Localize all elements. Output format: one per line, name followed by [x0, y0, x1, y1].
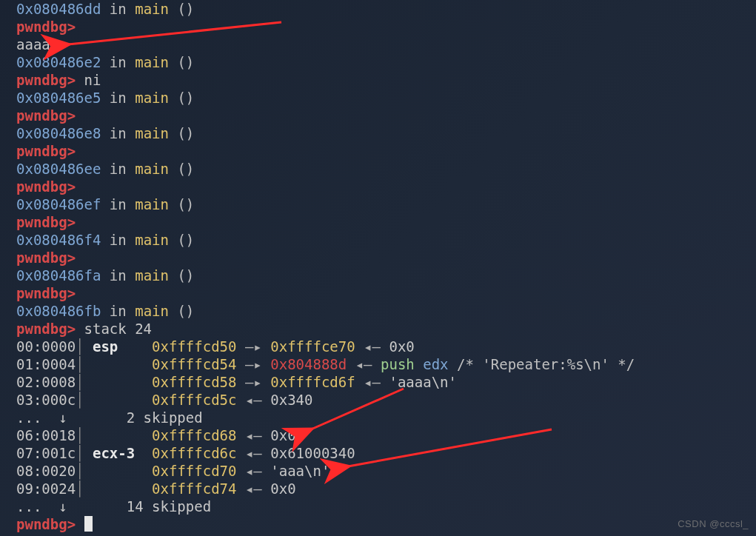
stack-register: ecx-3: [93, 445, 135, 461]
function-name: main: [135, 267, 169, 284]
stack-addr: 0xffffcd58: [152, 374, 236, 390]
vbar-icon: │: [76, 392, 93, 408]
in-keyword: in: [110, 90, 127, 106]
address: 0x080486dd: [16, 1, 101, 17]
stack-value: 'aaa\n': [270, 463, 330, 479]
command[interactable]: stack 24: [84, 321, 153, 337]
vbar-icon: │: [76, 374, 93, 390]
vbar-icon: │: [76, 338, 93, 355]
vbar-icon: │: [76, 480, 93, 497]
cursor[interactable]: [84, 516, 93, 532]
watermark: CSDN @cccsl_: [678, 515, 749, 533]
vbar-icon: │: [76, 463, 93, 479]
in-keyword: in: [110, 232, 127, 248]
arrow-icon: ◂—: [245, 480, 262, 497]
stack-value2: 0x0: [389, 338, 414, 355]
stack-addr: 0xffffcd6c: [152, 445, 236, 461]
arrow-icon: —▸: [245, 356, 262, 372]
function-name: main: [135, 54, 169, 70]
stack-value: 0xffffcd6f: [270, 374, 355, 390]
address: 0x080486fb: [16, 303, 101, 319]
address: 0x080486fa: [16, 267, 101, 284]
stack-index: 07:001c: [16, 445, 76, 461]
function-name: main: [135, 232, 169, 248]
vbar-icon: │: [76, 427, 93, 443]
prompt: pwndbg>: [16, 143, 76, 159]
address: 0x080486ef: [16, 196, 101, 212]
in-keyword: in: [110, 125, 127, 141]
parens: (): [177, 267, 194, 284]
stack-register: [93, 392, 135, 408]
arrow-icon: —▸: [245, 338, 262, 355]
prompt: pwndbg>: [16, 285, 76, 301]
stack-index: 09:0024: [16, 480, 76, 497]
in-keyword: in: [110, 161, 127, 177]
stack-index: 00:0000: [16, 338, 76, 355]
in-keyword: in: [110, 267, 127, 284]
function-name: main: [135, 196, 169, 212]
asm-comment: /* 'Repeater:%s\n' */: [457, 356, 635, 372]
in-keyword: in: [110, 196, 127, 212]
function-name: main: [135, 303, 169, 319]
address: 0x080486e5: [16, 90, 101, 106]
stack-register: [93, 427, 135, 443]
stack-index: 02:0008: [16, 374, 76, 390]
prompt: pwndbg>: [16, 214, 76, 230]
parens: (): [177, 303, 194, 319]
parens: (): [177, 196, 194, 212]
address: 0x080486e8: [16, 125, 101, 141]
stack-register: [93, 463, 135, 479]
stack-addr: 0xffffcd5c: [152, 392, 236, 408]
parens: (): [177, 232, 194, 248]
address: 0x080486e2: [16, 54, 101, 70]
terminal[interactable]: 0x080486dd in main ()pwndbg> aaaa0x08048…: [0, 0, 756, 536]
stack-index: 03:000c: [16, 392, 76, 408]
function-name: main: [135, 125, 169, 141]
stack-addr: 0xffffcd70: [152, 463, 236, 479]
skip-count: 14 skipped: [127, 498, 211, 515]
stack-addr: 0xffffcd74: [152, 480, 236, 497]
address: 0x080486f4: [16, 232, 101, 248]
stack-value: 0xffffce70: [270, 338, 355, 355]
stack-register: [93, 374, 135, 390]
skip-marker: ... ↓: [16, 498, 127, 515]
skip-count: 2 skipped: [127, 409, 203, 426]
arrow-icon: ◂—: [245, 463, 262, 479]
vbar-icon: │: [76, 356, 93, 372]
stack-value: 0x804888d: [270, 356, 347, 372]
in-keyword: in: [110, 1, 127, 17]
parens: (): [177, 1, 194, 17]
arrow-icon: —▸: [245, 374, 262, 390]
prompt: pwndbg>: [16, 72, 76, 88]
stack-register: [93, 356, 135, 372]
stack-register: esp: [93, 338, 135, 355]
stack-register: [93, 480, 135, 497]
prompt: pwndbg>: [16, 19, 76, 35]
vbar-icon: │: [76, 445, 93, 461]
stack-index: 06:0018: [16, 427, 76, 443]
in-keyword: in: [110, 54, 127, 70]
parens: (): [177, 54, 194, 70]
stack-value: 0x0: [270, 427, 295, 443]
asm-reg: edx: [423, 356, 448, 372]
stack-addr: 0xffffcd50: [152, 338, 236, 355]
prompt: pwndbg>: [16, 107, 76, 124]
prompt: pwndbg>: [16, 178, 76, 195]
arrow-icon: ◂—: [245, 392, 262, 408]
stack-addr: 0xffffcd54: [152, 356, 236, 372]
function-name: main: [135, 161, 169, 177]
arrow-icon: ◂—: [245, 427, 262, 443]
command[interactable]: ni: [84, 72, 101, 88]
stack-value: 0x0: [270, 480, 295, 497]
parens: (): [177, 161, 194, 177]
function-name: main: [135, 90, 169, 106]
parens: (): [177, 125, 194, 141]
stdin-text: aaaa: [16, 36, 50, 53]
in-keyword: in: [110, 303, 127, 319]
arrow-icon: ◂—: [245, 445, 262, 461]
stack-value2: 'aaaa\n': [389, 374, 457, 390]
parens: (): [177, 90, 194, 106]
stack-index: 01:0004: [16, 356, 76, 372]
prompt: pwndbg>: [16, 321, 76, 337]
skip-marker: ... ↓: [16, 409, 127, 426]
